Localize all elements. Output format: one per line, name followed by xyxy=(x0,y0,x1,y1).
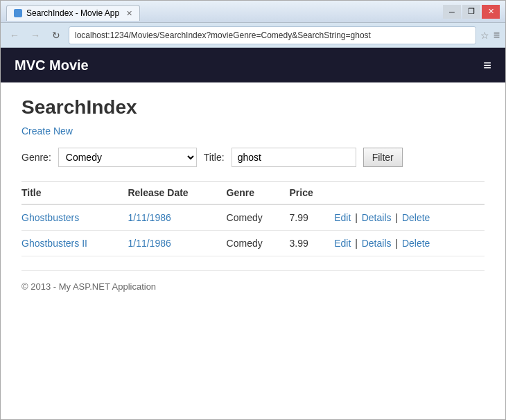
action-edit-link[interactable]: Edit xyxy=(334,212,351,223)
action-details-link[interactable]: Details xyxy=(362,212,392,223)
col-title: Title xyxy=(21,182,128,205)
table-header-row: Title Release Date Genre Price xyxy=(21,182,485,205)
title-bar: SearchIndex - Movie App ✕ ─ ❐ ✕ xyxy=(1,1,505,23)
movie-table: Title Release Date Genre Price Ghostbust… xyxy=(21,181,485,256)
action-delete-link[interactable]: Delete xyxy=(402,212,430,223)
footer: © 2013 - My ASP.NET Application xyxy=(21,270,485,292)
genre-label: Genre: xyxy=(21,152,51,163)
back-button[interactable]: ← xyxy=(6,27,23,44)
forward-button[interactable]: → xyxy=(27,27,44,44)
minimize-button[interactable]: ─ xyxy=(443,5,461,19)
col-actions xyxy=(334,182,485,205)
action-separator: | xyxy=(352,212,360,223)
cell-genre: Comedy xyxy=(227,204,290,231)
app-title: MVC Movie xyxy=(15,58,89,73)
page-title: SearchIndex xyxy=(21,96,485,119)
tab-close-btn[interactable]: ✕ xyxy=(126,9,132,18)
cell-title: Ghostbusters xyxy=(21,204,128,231)
action-separator: | xyxy=(393,212,401,223)
cell-actions: Edit | Details | Delete xyxy=(334,231,485,256)
movie-title-link[interactable]: Ghostbusters II xyxy=(21,238,87,249)
cell-price: 3.99 xyxy=(289,231,334,256)
col-release-date: Release Date xyxy=(128,182,226,205)
copyright-text: © 2013 - My ASP.NET Application xyxy=(21,281,156,292)
action-details-link[interactable]: Details xyxy=(362,238,392,249)
col-price: Price xyxy=(289,182,334,205)
tab-title: SearchIndex - Movie App xyxy=(26,8,119,18)
col-genre: Genre xyxy=(227,182,290,205)
genre-select[interactable]: Comedy All Drama Action Horror xyxy=(58,148,197,167)
hamburger-menu-icon[interactable]: ≡ xyxy=(483,58,491,73)
table-row: Ghostbusters II1/11/1986Comedy3.99Edit |… xyxy=(21,231,485,256)
cell-genre: Comedy xyxy=(227,231,290,256)
address-input[interactable] xyxy=(69,26,476,44)
restore-button[interactable]: ❐ xyxy=(462,5,480,19)
main-content: SearchIndex Create New Genre: Comedy All… xyxy=(1,82,505,419)
movie-date-link[interactable]: 1/11/1986 xyxy=(128,238,171,249)
browser-window: SearchIndex - Movie App ✕ ─ ❐ ✕ ← → ↻ ☆ … xyxy=(0,0,506,420)
window-controls: ─ ❐ ✕ xyxy=(443,5,500,19)
refresh-button[interactable]: ↻ xyxy=(48,27,64,44)
bookmark-icon[interactable]: ☆ xyxy=(480,30,489,41)
filter-row: Genre: Comedy All Drama Action Horror Ti… xyxy=(21,148,485,167)
action-separator: | xyxy=(393,238,401,249)
movie-title-link[interactable]: Ghostbusters xyxy=(21,212,79,223)
cell-actions: Edit | Details | Delete xyxy=(334,204,485,231)
filter-button[interactable]: Filter xyxy=(363,148,403,167)
table-row: Ghostbusters1/11/1986Comedy7.99Edit | De… xyxy=(21,204,485,231)
action-edit-link[interactable]: Edit xyxy=(334,238,351,249)
cell-date: 1/11/1986 xyxy=(128,231,226,256)
create-new-link[interactable]: Create New xyxy=(21,125,73,137)
cell-date: 1/11/1986 xyxy=(128,204,226,231)
browser-menu-icon[interactable]: ≡ xyxy=(494,29,500,42)
app-navbar: MVC Movie ≡ xyxy=(1,48,505,82)
title-input[interactable] xyxy=(232,148,356,167)
action-delete-link[interactable]: Delete xyxy=(402,238,430,249)
cell-title: Ghostbusters II xyxy=(21,231,128,256)
browser-tab[interactable]: SearchIndex - Movie App ✕ xyxy=(6,5,140,21)
address-bar: ← → ↻ ☆ ≡ xyxy=(1,23,505,48)
action-separator: | xyxy=(352,238,360,249)
title-label: Title: xyxy=(204,152,225,163)
cell-price: 7.99 xyxy=(289,204,334,231)
close-button[interactable]: ✕ xyxy=(482,5,500,19)
movie-date-link[interactable]: 1/11/1986 xyxy=(128,212,171,223)
tab-favicon xyxy=(14,9,22,17)
